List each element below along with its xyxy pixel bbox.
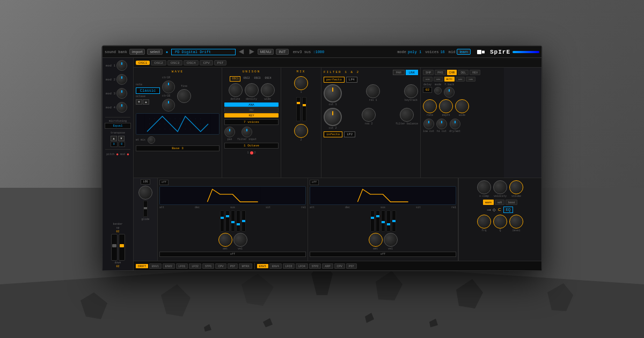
env1-sus-thumb[interactable] bbox=[231, 221, 235, 223]
env2-strip-btn[interactable]: ENV2 bbox=[163, 263, 175, 269]
rev-tab[interactable]: REV bbox=[470, 70, 480, 75]
ctrlb-knob[interactable] bbox=[162, 99, 175, 112]
del-tab[interactable]: DEL bbox=[458, 70, 469, 75]
fx-mode-knob[interactable] bbox=[434, 87, 442, 94]
env2-sus-fader[interactable] bbox=[381, 210, 385, 232]
mix-knob1[interactable] bbox=[294, 76, 308, 90]
drift-btn[interactable]: DRIFT bbox=[136, 264, 148, 268]
shp-tab[interactable]: SHP bbox=[423, 70, 434, 75]
env1-att-fader[interactable] bbox=[220, 210, 224, 232]
velocity-knob[interactable] bbox=[493, 180, 507, 194]
warm-btn[interactable]: warm bbox=[483, 200, 494, 205]
keytrack-knob[interactable] bbox=[404, 84, 418, 98]
density-knob[interactable] bbox=[245, 83, 259, 97]
chain-icon3[interactable]: ⊂ bbox=[498, 207, 501, 213]
mod-slider-thumb[interactable] bbox=[120, 244, 124, 247]
env2-att-fader[interactable] bbox=[370, 210, 375, 232]
fx-sub4[interactable]: note bbox=[456, 77, 465, 82]
res2-knob[interactable] bbox=[362, 108, 376, 122]
glide-fader1-thumb[interactable] bbox=[144, 207, 147, 209]
frq-knob[interactable] bbox=[477, 215, 491, 229]
octave-up-btn[interactable]: ▲ bbox=[143, 99, 149, 105]
lfo3-strip-btn[interactable]: LFO3 bbox=[283, 263, 295, 269]
par-btn[interactable]: PAR bbox=[393, 70, 405, 75]
stp2-strip-btn[interactable]: STP2 bbox=[309, 263, 321, 269]
arp-strip-btn[interactable]: ARP bbox=[322, 263, 333, 269]
mix-fader2-thumb[interactable] bbox=[303, 104, 306, 106]
stp1-strip-btn[interactable]: STP1 bbox=[202, 263, 215, 269]
env1-dec-thumb[interactable] bbox=[226, 215, 229, 217]
eq-btn[interactable]: EQ bbox=[503, 207, 513, 213]
env1-sit-thumb[interactable] bbox=[237, 223, 240, 225]
res1-knob[interactable] bbox=[366, 84, 380, 98]
mix-fader2[interactable] bbox=[302, 97, 306, 121]
balance-knob[interactable] bbox=[400, 108, 414, 122]
env1-amt-knob[interactable] bbox=[218, 233, 232, 247]
pst-strip-btn2[interactable]: PST bbox=[346, 263, 357, 269]
mix-fader1[interactable] bbox=[296, 97, 301, 121]
lfo2-strip-btn[interactable]: LFO2 bbox=[189, 263, 201, 269]
env2-sit-fader[interactable] bbox=[386, 210, 391, 232]
env1-att-thumb[interactable] bbox=[221, 217, 224, 219]
transpose-up-btn[interactable]: ▲ bbox=[111, 136, 117, 141]
detune-knob[interactable] bbox=[229, 83, 243, 97]
env4-strip-btn[interactable]: ENV4 bbox=[269, 263, 282, 269]
import-button[interactable]: import bbox=[129, 49, 145, 55]
microtuning-value[interactable]: Equal bbox=[105, 123, 131, 129]
filter-input-knob[interactable] bbox=[241, 127, 252, 137]
env2-dec-fader[interactable] bbox=[376, 210, 380, 232]
pst-tab[interactable]: PST bbox=[214, 60, 227, 65]
level-knob[interactable] bbox=[509, 215, 523, 229]
xcomp-knob[interactable] bbox=[477, 180, 491, 194]
q-knob[interactable] bbox=[493, 215, 507, 229]
boost-btn[interactable]: boost bbox=[506, 200, 517, 205]
env1-sus-fader[interactable] bbox=[231, 210, 235, 232]
link-btn[interactable]: LINK bbox=[406, 70, 418, 75]
octave-down-btn[interactable]: ▼ bbox=[136, 99, 142, 105]
fx-sub3-auto[interactable]: AUTO bbox=[444, 77, 455, 82]
chain-icon1[interactable]: ⟶ bbox=[487, 207, 491, 213]
select-button[interactable]: select bbox=[147, 49, 162, 55]
inv-btn[interactable]: INV bbox=[224, 107, 279, 113]
depth-knob[interactable] bbox=[439, 99, 453, 113]
key-btn[interactable]: KEY bbox=[224, 113, 279, 117]
cut1-knob[interactable] bbox=[324, 84, 342, 102]
pitch-slider[interactable] bbox=[111, 234, 118, 261]
init-button[interactable]: INIT bbox=[276, 49, 288, 55]
fine-knob[interactable] bbox=[177, 89, 191, 103]
chain-icon2[interactable]: ◇ bbox=[493, 207, 496, 213]
cut2-knob[interactable] bbox=[324, 108, 342, 126]
glide-knob[interactable] bbox=[138, 186, 152, 200]
mtrx-strip-btn[interactable]: MTRX bbox=[239, 263, 252, 269]
glide-fader1[interactable] bbox=[143, 201, 148, 217]
lfo1-strip-btn[interactable]: LFO1 bbox=[176, 263, 188, 269]
learn-button[interactable]: learn bbox=[457, 49, 471, 55]
env2-amt-knob[interactable] bbox=[369, 233, 383, 247]
mod1-knob[interactable] bbox=[116, 60, 127, 71]
fx-sub5[interactable]: note bbox=[466, 77, 475, 82]
ana-btn[interactable]: ANA bbox=[224, 102, 279, 107]
cpv-strip-btn2[interactable]: CPV bbox=[334, 263, 345, 269]
env2-dec-thumb[interactable] bbox=[376, 215, 379, 217]
chr-tab[interactable]: CHR bbox=[447, 70, 457, 75]
env2-vel-knob[interactable] bbox=[384, 233, 398, 247]
volume-knob[interactable] bbox=[509, 180, 523, 194]
cpv-strip-btn1[interactable]: CPV bbox=[215, 263, 226, 269]
phs-tab[interactable]: PHS bbox=[435, 70, 445, 75]
lowcut-knob[interactable] bbox=[423, 119, 434, 129]
mod3-knob[interactable] bbox=[116, 88, 127, 99]
env2-sus-thumb[interactable] bbox=[382, 221, 385, 223]
env2-att-thumb[interactable] bbox=[371, 217, 374, 219]
wt-mix-knob[interactable] bbox=[148, 136, 155, 144]
mod-slider[interactable] bbox=[119, 234, 125, 261]
ctrlr-knob[interactable] bbox=[162, 80, 175, 93]
fx-sub2[interactable]: note bbox=[434, 77, 443, 82]
mod4-knob[interactable] bbox=[116, 102, 127, 113]
env1-dec-fader[interactable] bbox=[225, 210, 230, 232]
env3-strip-btn[interactable]: ENV3 bbox=[257, 264, 268, 268]
osc1-tab[interactable]: OSC1 bbox=[136, 61, 150, 65]
env2-rel-fader[interactable] bbox=[392, 210, 396, 232]
fx-sub1[interactable]: note bbox=[423, 77, 433, 82]
hicut-knob[interactable] bbox=[436, 119, 447, 129]
env1-rel-fader[interactable] bbox=[241, 210, 246, 232]
